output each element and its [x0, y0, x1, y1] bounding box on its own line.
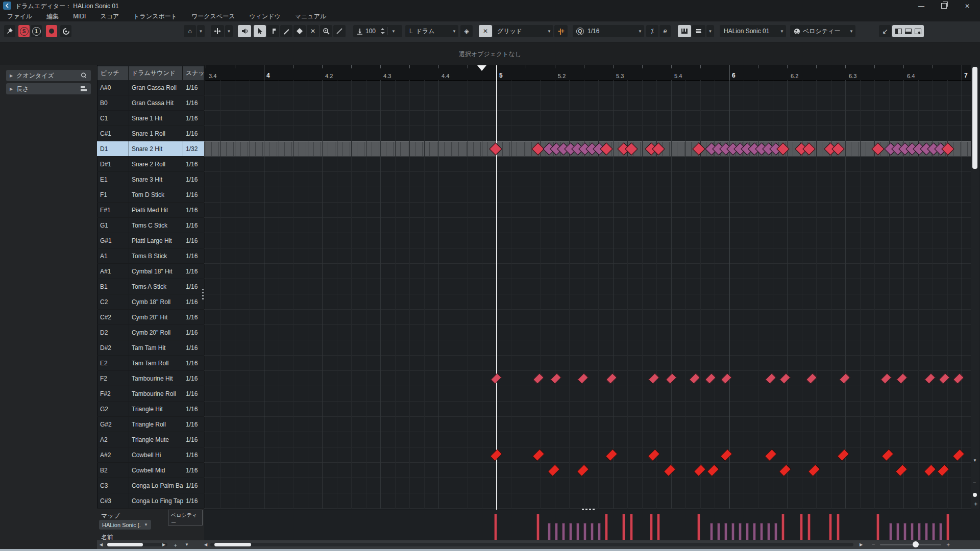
velocity-bar[interactable] [562, 523, 565, 540]
feedback-speaker-button[interactable] [238, 25, 251, 37]
list-scroll-right-arrow[interactable]: ▶ [162, 542, 165, 547]
drumstick-tool[interactable] [267, 25, 279, 37]
solo-button[interactable]: S [18, 25, 30, 37]
velocity-bar[interactable] [591, 523, 594, 540]
vertical-scrollbar-track[interactable]: ▼ − ＋ [971, 65, 979, 509]
menu-ウィンドウ[interactable]: ウィンドウ [242, 12, 287, 21]
velocity-bar[interactable] [657, 514, 660, 540]
velocity-bar[interactable] [650, 514, 653, 540]
drum-map-dropdown-arrow[interactable]: ▼ [144, 522, 148, 527]
menu-MIDI[interactable]: MIDI [66, 13, 93, 20]
menu-ワークスペース[interactable]: ワークスペース [184, 12, 242, 21]
draw-tool[interactable] [280, 25, 292, 37]
menu-ファイル[interactable]: ファイル [0, 12, 39, 21]
length-quantize-value[interactable]: ドラム [416, 27, 435, 36]
velocity-bar[interactable] [717, 523, 720, 540]
vscroll-down-arrow[interactable]: ▼ [973, 458, 977, 463]
snap-type-value[interactable]: グリッド [497, 27, 522, 36]
pitch-visibility-button[interactable] [678, 25, 691, 37]
hzoom-in-button[interactable]: ＋ [945, 541, 951, 548]
lane-resize-handle[interactable] [582, 509, 595, 510]
velocity-bar[interactable] [800, 514, 803, 540]
drum-map-dropdown[interactable]: HALion Sonic [. ▼ [99, 520, 151, 530]
velocity-bar[interactable] [753, 523, 756, 540]
velocity-bar[interactable] [494, 514, 497, 540]
autoscroll-settings-button[interactable]: ⌂ [184, 25, 196, 37]
velocity-bar[interactable] [569, 523, 572, 540]
velocity-bar[interactable] [939, 523, 942, 540]
controller-lane-label-box[interactable]: ベロシティー [168, 510, 203, 525]
velocity-bar[interactable] [622, 514, 625, 540]
insert-velocity-dropdown[interactable]: ▼ [391, 29, 396, 34]
column-header-drumsound[interactable]: ドラムサウンド [129, 66, 183, 80]
velocity-bar[interactable] [536, 514, 540, 540]
velocity-bar[interactable] [774, 523, 777, 540]
velocity-bar[interactable] [731, 523, 734, 540]
event-layers-dropdown[interactable]: ▼ [706, 25, 714, 37]
add-lane-button[interactable]: ＋ [173, 541, 178, 549]
velocity-bar[interactable] [829, 514, 832, 540]
lower-zone-icon[interactable] [905, 29, 912, 34]
velocity-bar[interactable] [583, 523, 586, 540]
autoscroll-dropdown[interactable]: ▼ [225, 25, 233, 37]
list-hscrollbar-thumb[interactable] [107, 543, 143, 546]
list-grid-divider-handle[interactable] [202, 289, 205, 300]
menu-編集[interactable]: 編集 [39, 12, 66, 21]
vzoom-in-button[interactable]: ＋ [973, 500, 978, 508]
velocity-bar[interactable] [837, 514, 840, 540]
hzoom-slider-track[interactable] [880, 544, 941, 545]
controller-selector-value[interactable]: ベロシティー [803, 27, 840, 36]
snap-type-dropdown[interactable]: ▼ [547, 29, 551, 34]
controller-lane[interactable] [204, 510, 971, 540]
sidebar-section-length[interactable]: ▶ 長さ [6, 83, 91, 94]
object-selection-tool[interactable] [254, 25, 266, 37]
minimize-button[interactable]: — [916, 2, 927, 10]
grid-scroll-right-arrow[interactable]: ▶ [860, 542, 863, 547]
controller-selector-dropdown[interactable]: ▼ [849, 29, 853, 34]
track-selector-dropdown[interactable]: ▼ [780, 29, 784, 34]
line-tool[interactable] [333, 25, 346, 37]
quantize-value[interactable]: 1/16 [587, 28, 599, 35]
velocity-bar[interactable] [876, 514, 879, 540]
velocity-bar[interactable] [807, 514, 811, 540]
sidebar-section-quantize[interactable]: ▶ クオンタイズ [6, 70, 91, 81]
velocity-bar[interactable] [697, 514, 700, 540]
menu-トランスポート[interactable]: トランスポート [126, 12, 184, 21]
snap-on-off-button[interactable]: ✕ [479, 25, 492, 37]
velocity-bar[interactable] [760, 523, 763, 540]
velocity-bar[interactable] [903, 523, 906, 540]
lane-preset-dropdown[interactable]: ▼ [185, 542, 189, 547]
grid-scroll-left-arrow[interactable]: ◀ [204, 542, 207, 547]
autoscroll-settings-dropdown[interactable]: ▼ [197, 25, 205, 37]
list-scroll-left-arrow[interactable]: ◀ [100, 542, 103, 547]
velocity-bar[interactable] [548, 523, 551, 540]
velocity-bar[interactable] [925, 523, 928, 540]
left-zone-icon[interactable] [895, 29, 902, 34]
vertical-scrollbar-thumb[interactable] [972, 67, 977, 169]
close-button[interactable]: ✕ [962, 2, 973, 10]
column-header-snap[interactable]: スナップ [183, 66, 204, 80]
velocity-bar[interactable] [781, 514, 785, 540]
restore-button[interactable] [938, 2, 949, 10]
velocity-bar[interactable] [746, 523, 749, 540]
relative-grid-button[interactable]: -|+ [554, 25, 568, 37]
hzoom-out-button[interactable]: − [872, 541, 875, 547]
loop-button[interactable] [60, 25, 71, 37]
zoom-tool[interactable] [320, 25, 332, 37]
hzoom-slider-knob[interactable] [913, 541, 919, 547]
record-button[interactable] [46, 25, 57, 37]
event-layers-button[interactable] [692, 25, 705, 37]
menu-スコア[interactable]: スコア [93, 12, 126, 21]
quantize-dropdown[interactable]: ▼ [638, 29, 642, 34]
velocity-bar[interactable] [605, 514, 608, 540]
quantize-panel-button[interactable]: e [659, 25, 671, 37]
velocity-bar[interactable] [555, 523, 558, 540]
insert-velocity-stepper[interactable] [380, 28, 385, 34]
acoustic-feedback-button[interactable]: 1 [31, 25, 42, 37]
velocity-bar[interactable] [710, 523, 713, 540]
pin-button[interactable] [4, 25, 15, 37]
velocity-bar[interactable] [932, 523, 935, 540]
open-in-lower-zone-button[interactable]: ↙ [879, 25, 891, 37]
velocity-bar[interactable] [896, 523, 899, 540]
grid-hscrollbar-track[interactable] [210, 543, 853, 546]
